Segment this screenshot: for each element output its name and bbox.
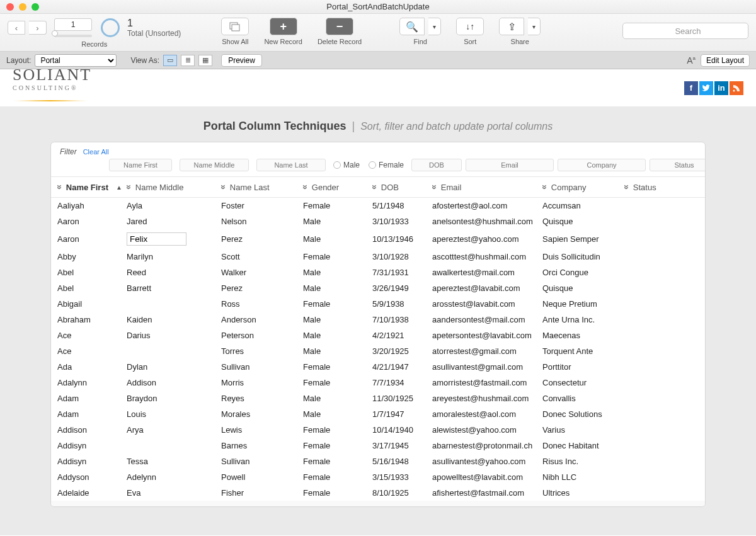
close-window-icon[interactable] bbox=[6, 3, 14, 11]
minimize-window-icon[interactable] bbox=[19, 3, 26, 11]
cell-company: Orci Congue bbox=[542, 268, 624, 277]
share-dropdown[interactable]: ▾ bbox=[528, 18, 541, 35]
cell-editor[interactable] bbox=[127, 232, 186, 246]
cell-gender: Male bbox=[303, 283, 372, 293]
prev-record-button[interactable]: ‹ bbox=[8, 21, 25, 35]
table-row[interactable]: AdalynnAddisonMorrisFemale7/7/1934amorri… bbox=[51, 375, 705, 391]
clear-all-link[interactable]: Clear All bbox=[83, 148, 109, 156]
show-all-button[interactable] bbox=[221, 18, 249, 35]
cell-email: asullivantest@yahoo.com bbox=[432, 457, 542, 466]
col-header-dob[interactable]: DOB bbox=[372, 182, 432, 192]
sort-icon: ↓↑ bbox=[466, 21, 474, 31]
share-group: ⇪ ▾ Share bbox=[499, 18, 541, 45]
filter-status-input[interactable] bbox=[650, 159, 706, 171]
cell-first: Aaliyah bbox=[57, 201, 127, 210]
logo-row: SOLIANT CONSULTING® f in bbox=[0, 69, 756, 107]
table-row[interactable]: AceDariusPetersonMale4/2/1921apetersonte… bbox=[51, 328, 705, 343]
filter-email-input[interactable] bbox=[466, 159, 554, 171]
col-header-first[interactable]: Name First bbox=[57, 182, 127, 192]
table-row[interactable]: AdamLouisMoralesMale1/7/1947amoralestest… bbox=[51, 406, 705, 422]
view-table-button[interactable]: ▦ bbox=[198, 55, 212, 66]
delete-record-button[interactable]: − bbox=[326, 18, 353, 35]
cell-dob: 3/17/1945 bbox=[372, 441, 432, 450]
col-header-last[interactable]: Name Last bbox=[221, 182, 303, 192]
table-row[interactable]: AbigailRossFemale5/9/1938arosstest@lavab… bbox=[51, 296, 705, 312]
cell-email: apetersontest@lavabit.com bbox=[432, 331, 542, 340]
cell-middle: Ayla bbox=[127, 201, 142, 210]
col-header-email[interactable]: Email bbox=[432, 182, 542, 192]
col-header-middle[interactable]: Name Middle bbox=[127, 182, 221, 192]
filter-first-input[interactable] bbox=[109, 159, 172, 171]
table-row[interactable]: AaronPerezMale10/13/1946apereztest@yahoo… bbox=[51, 229, 705, 249]
cell-middle: Louis bbox=[127, 409, 146, 419]
cell-gender: Female bbox=[303, 472, 372, 482]
filter-company-input[interactable] bbox=[558, 159, 646, 171]
record-slider[interactable] bbox=[54, 35, 92, 37]
show-all-group: Show All bbox=[221, 18, 249, 45]
view-list-button[interactable]: ≣ bbox=[181, 55, 195, 66]
cell-dob: 4/2/1921 bbox=[372, 331, 432, 340]
find-dropdown[interactable]: ▾ bbox=[428, 18, 441, 35]
preview-button[interactable]: Preview bbox=[221, 54, 262, 67]
table-row[interactable]: AdamBraydonReyesMale11/30/1925areyestest… bbox=[51, 391, 705, 406]
cell-last: Scott bbox=[221, 252, 303, 261]
cell-email: awalkertest@mail.com bbox=[432, 268, 542, 277]
filter-male-radio[interactable]: Male bbox=[333, 161, 360, 169]
cell-first: Ada bbox=[57, 362, 127, 372]
maximize-window-icon[interactable] bbox=[32, 3, 39, 11]
view-form-button[interactable]: ▭ bbox=[163, 55, 177, 66]
cell-email: abarnestest@protonmail.ch bbox=[432, 441, 542, 450]
page-heading: Portal Column Techniques | Sort, filter … bbox=[0, 120, 756, 133]
new-record-button[interactable]: + bbox=[270, 18, 297, 35]
cell-middle: Tessa bbox=[127, 457, 148, 466]
table-row[interactable]: AaliyahAylaFosterFemale5/1/1948afosterte… bbox=[51, 198, 705, 214]
share-button[interactable]: ⇪ bbox=[499, 18, 524, 35]
edit-layout-button[interactable]: Edit Layout bbox=[701, 54, 750, 67]
content-area: Portal Column Techniques | Sort, filter … bbox=[0, 107, 756, 535]
col-header-company[interactable]: Company bbox=[542, 182, 624, 192]
table-row[interactable]: AddysonAdelynnPowellFemale3/15/1933apowe… bbox=[51, 469, 705, 485]
table-row[interactable]: AddisynBarnesFemale3/17/1945abarnestest@… bbox=[51, 438, 705, 453]
twitter-icon[interactable] bbox=[699, 81, 713, 95]
cell-last: Lewis bbox=[221, 425, 303, 435]
cell-last: Barnes bbox=[221, 441, 303, 450]
cell-email: amorristest@fastmail.com bbox=[432, 378, 542, 387]
linkedin-icon[interactable]: in bbox=[714, 81, 728, 95]
cell-first: Adelaide bbox=[57, 488, 127, 498]
search-input[interactable] bbox=[622, 23, 748, 39]
col-header-gender[interactable]: Gender bbox=[303, 182, 372, 192]
filter-female-radio[interactable]: Female bbox=[369, 161, 404, 169]
layout-select[interactable]: Portal bbox=[35, 54, 117, 67]
table-body[interactable]: AaliyahAylaFosterFemale5/1/1948afosterte… bbox=[51, 198, 705, 506]
table-row[interactable]: AceTorresMale3/20/1925atorrestest@gmail.… bbox=[51, 343, 705, 359]
col-header-status[interactable]: Status bbox=[624, 182, 687, 192]
sort-button[interactable]: ↓↑ bbox=[456, 18, 484, 35]
record-number-field[interactable]: 1 bbox=[54, 18, 92, 31]
table-row[interactable]: AbelReedWalkerMale7/31/1931awalkertest@m… bbox=[51, 265, 705, 280]
rss-icon[interactable] bbox=[730, 81, 743, 95]
cell-middle: Braydon bbox=[127, 394, 157, 403]
table-row[interactable]: AbelBarrettPerezMale3/26/1949apereztest@… bbox=[51, 280, 705, 296]
cell-email: atorrestest@gmail.com bbox=[432, 346, 542, 356]
next-record-button[interactable]: › bbox=[29, 21, 47, 35]
table-row[interactable]: AdaDylanSullivanFemale4/21/1947asullivan… bbox=[51, 359, 705, 375]
table-row[interactable]: AaronJaredNelsonMale3/10/1933anelsontest… bbox=[51, 214, 705, 229]
filter-dob-input[interactable] bbox=[411, 159, 462, 171]
cell-gender: Male bbox=[303, 234, 372, 244]
find-button[interactable]: 🔍 bbox=[399, 18, 425, 35]
table-row[interactable]: AddisynTessaSullivanFemale5/16/1948asull… bbox=[51, 453, 705, 469]
cell-company: Varius bbox=[542, 425, 624, 435]
heading-title: Portal Column Techniques bbox=[203, 120, 346, 132]
cell-company: Consectetur bbox=[542, 378, 624, 387]
facebook-icon[interactable]: f bbox=[684, 81, 698, 95]
cell-middle: Kaiden bbox=[127, 315, 152, 324]
table-row[interactable]: AbbyMarilynScottFemale3/10/1928ascotttes… bbox=[51, 249, 705, 265]
table-row[interactable]: AddisonAryaLewisFemale10/14/1940alewiste… bbox=[51, 422, 705, 438]
table-row[interactable]: AbrahamKaidenAndersonMale7/10/1938aander… bbox=[51, 312, 705, 328]
table-row[interactable]: AdelaideEvaFisherFemale8/10/1925afishert… bbox=[51, 485, 705, 501]
cell-dob: 5/16/1948 bbox=[372, 457, 432, 466]
text-format-icon[interactable]: Aa bbox=[687, 55, 696, 66]
filter-middle-input[interactable] bbox=[180, 159, 249, 171]
heading-subtitle: Sort, filter and batch update portal col… bbox=[360, 121, 553, 132]
filter-last-input[interactable] bbox=[256, 159, 326, 171]
